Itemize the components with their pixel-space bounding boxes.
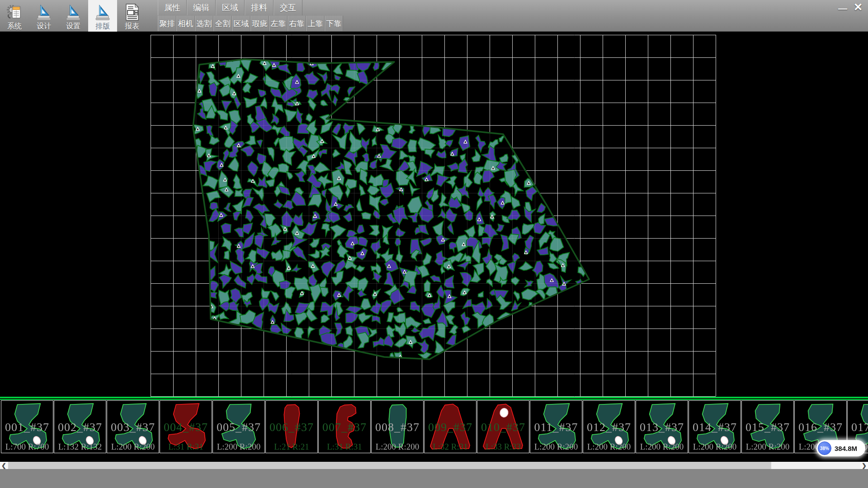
thumbnail-cell-011[interactable]: 011_#37L:200 R:200 xyxy=(530,400,582,453)
memory-usage-text: 384.8M xyxy=(835,445,857,452)
piece-id-label: 011_#37 xyxy=(530,421,582,434)
app-button-label: 报表 xyxy=(125,22,139,30)
action-button-1[interactable]: 聚排 xyxy=(158,16,176,31)
menu-tab-2[interactable]: 编辑 xyxy=(187,0,216,15)
piece-id-label: 009_#37 xyxy=(425,421,476,434)
action-button-2[interactable]: 相机 xyxy=(176,16,195,31)
menu-tab-5[interactable]: 交互 xyxy=(274,0,302,15)
action-button-5[interactable]: 区域 xyxy=(232,16,250,31)
thumbnail-list: 001_#37L:700 R:700002_#37L:132 R:132003_… xyxy=(1,400,868,453)
system-gear-icon xyxy=(6,2,23,22)
scroll-right-arrow-icon[interactable]: ❯ xyxy=(860,462,868,469)
piece-id-label: 005_#37 xyxy=(213,421,264,434)
application-window: 系统 设计 设置 排版 报表 属性编辑区域排料交互 聚排相机选割全割区 xyxy=(0,0,868,488)
thumbnail-cell-001[interactable]: 001_#37L:700 R:700 xyxy=(1,400,53,453)
piece-lr-count-label: L:200 R:200 xyxy=(689,442,741,452)
thumbnail-cell-004[interactable]: 004_#37L:31 R:31 xyxy=(160,400,212,453)
piece-id-label: 006_#37 xyxy=(266,421,317,434)
app-button-1[interactable]: 系统 xyxy=(0,0,29,32)
thumbnail-cell-006[interactable]: 006_#37L:21 R:21 xyxy=(265,400,318,453)
thumbnail-cell-005[interactable]: 005_#37L:200 R:200 xyxy=(212,400,265,453)
piece-id-label: 017_#37 xyxy=(848,421,868,434)
piece-id-label: 015_#37 xyxy=(742,421,793,434)
menu-tab-1[interactable]: 属性 xyxy=(158,0,187,15)
app-button-label: 设置 xyxy=(66,22,80,30)
report-document-icon xyxy=(123,2,141,22)
piece-lr-count-label: L:200 R:200 xyxy=(372,442,423,452)
thumbnail-cell-012[interactable]: 012_#37L:200 R:200 xyxy=(583,400,635,453)
piece-id-label: 016_#37 xyxy=(795,421,846,434)
piece-lr-count-label: L:21 R:21 xyxy=(266,442,317,452)
app-button-label: 排版 xyxy=(95,22,110,30)
app-button-label: 系统 xyxy=(7,22,22,30)
piece-lr-count-label: L:200 R:200 xyxy=(583,442,635,452)
close-button[interactable]: ✕ xyxy=(850,1,866,14)
action-button-3[interactable]: 选割 xyxy=(195,16,213,31)
piece-lr-count-label: L:31 R:31 xyxy=(160,442,212,452)
bottom-status-bar xyxy=(0,469,868,488)
piece-lr-count-label: L:31 R:31 xyxy=(319,442,370,452)
thumbnail-cell-013[interactable]: 013_#37L:200 R:200 xyxy=(636,400,688,453)
scroll-left-arrow-icon[interactable]: ❮ xyxy=(0,462,8,469)
menu-tab-4[interactable]: 排料 xyxy=(245,0,274,15)
action-button-8[interactable]: 右靠 xyxy=(288,16,306,31)
thumbnail-cell-009[interactable]: 009_#37L:32 R:31 xyxy=(424,400,476,453)
piece-id-label: 001_#37 xyxy=(1,421,53,434)
status-badge: 38% 384.8M xyxy=(816,440,865,456)
piece-lr-count-label: L:132 R:132 xyxy=(54,442,106,452)
nesting-canvas-area xyxy=(0,32,868,397)
layout-ruler-icon xyxy=(94,2,111,22)
action-button-row: 聚排相机选割全割区域瑕疵左靠右靠上靠下靠 xyxy=(158,16,343,32)
action-button-7[interactable]: 左靠 xyxy=(269,16,288,31)
design-ruler-icon xyxy=(35,2,52,22)
thumbnail-cell-010[interactable]: 010_#37L:33 R:33 xyxy=(477,400,529,453)
piece-id-label: 007_#37 xyxy=(319,421,370,434)
piece-id-label: 012_#37 xyxy=(583,421,635,434)
piece-lr-count-label: L:32 R:31 xyxy=(425,442,476,452)
scrollbar-thumb[interactable] xyxy=(8,462,771,469)
minimize-button[interactable]: — xyxy=(835,3,850,14)
action-button-10[interactable]: 下靠 xyxy=(325,16,343,31)
piece-lr-count-label: L:200 R:200 xyxy=(107,442,159,452)
action-button-9[interactable]: 上靠 xyxy=(306,16,325,31)
main-toolbar: 系统 设计 设置 排版 报表 属性编辑区域排料交互 聚排相机选割全割区 xyxy=(0,0,868,32)
app-button-3[interactable]: 设置 xyxy=(59,0,88,32)
piece-lr-count-label: L:200 R:200 xyxy=(530,442,582,452)
action-button-4[interactable]: 全割 xyxy=(213,16,232,31)
piece-id-label: 004_#37 xyxy=(160,421,212,434)
piece-id-label: 003_#37 xyxy=(107,421,159,434)
action-button-6[interactable]: 瑕疵 xyxy=(250,16,269,31)
piece-id-label: 013_#37 xyxy=(636,421,688,434)
strip-separator-line xyxy=(0,397,868,400)
app-button-label: 设计 xyxy=(37,22,51,30)
thumbnail-cell-007[interactable]: 007_#37L:31 R:31 xyxy=(318,400,371,453)
piece-id-label: 010_#37 xyxy=(477,421,529,434)
nesting-canvas[interactable] xyxy=(0,32,868,397)
horizontal-scrollbar[interactable]: ❮ ❯ xyxy=(0,462,868,469)
settings-ruler-icon xyxy=(65,2,82,22)
thumbnail-cell-008[interactable]: 008_#37L:200 R:200 xyxy=(371,400,424,453)
piece-lr-count-label: L:33 R:33 xyxy=(477,442,529,452)
thumbnail-cell-003[interactable]: 003_#37L:200 R:200 xyxy=(107,400,159,453)
app-button-5[interactable]: 报表 xyxy=(118,0,146,32)
piece-lr-count-label: L:200 R:200 xyxy=(636,442,688,452)
thumbnail-cell-002[interactable]: 002_#37L:132 R:132 xyxy=(54,400,106,453)
piece-id-label: 014_#37 xyxy=(689,421,741,434)
piece-lr-count-label: L:200 R:200 xyxy=(742,442,793,452)
menu-tab-3[interactable]: 区域 xyxy=(216,0,245,15)
progress-circle: 38% xyxy=(818,441,831,455)
menu-tab-bar: 属性编辑区域排料交互 xyxy=(158,0,302,15)
thumbnail-cell-014[interactable]: 014_#37L:200 R:200 xyxy=(689,400,741,453)
piece-lr-count-label: L:700 R:700 xyxy=(1,442,53,452)
piece-id-label: 008_#37 xyxy=(372,421,423,434)
piece-thumbnail-strip: 001_#37L:700 R:700002_#37L:132 R:132003_… xyxy=(0,397,868,462)
piece-lr-count-label: L:200 R:200 xyxy=(213,442,264,452)
app-button-4[interactable]: 排版 xyxy=(88,0,117,32)
piece-id-label: 002_#37 xyxy=(54,421,106,434)
window-controls: — ✕ xyxy=(835,1,866,14)
app-button-2[interactable]: 设计 xyxy=(29,0,58,32)
thumbnail-cell-015[interactable]: 015_#37L:200 R:200 xyxy=(741,400,794,453)
